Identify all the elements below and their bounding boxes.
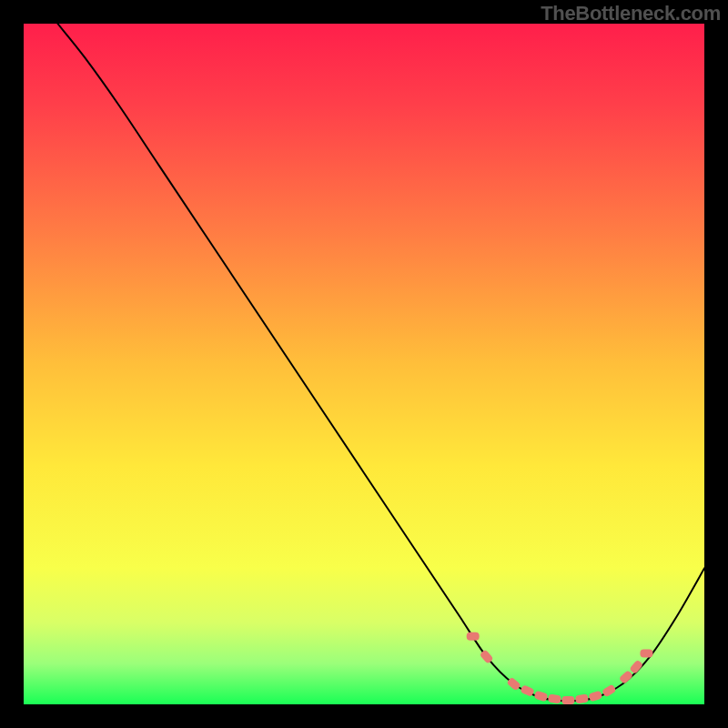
marker-optimal-region-markers	[467, 632, 480, 641]
marker-optimal-region-markers	[640, 649, 652, 657]
watermark-text: TheBottleneck.com	[541, 2, 721, 25]
chart-background	[24, 24, 704, 704]
chart-plot-area	[24, 24, 704, 704]
marker-optimal-region-markers	[561, 696, 574, 704]
bottleneck-chart	[24, 24, 704, 704]
